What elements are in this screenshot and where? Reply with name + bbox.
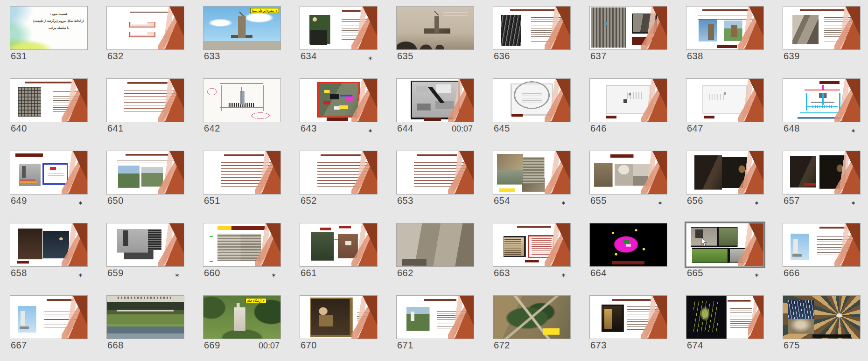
slide-cell: ۱- مقبره ابو علی سینا633 — [203, 6, 281, 61]
slide-indicators: ✶ — [851, 200, 859, 206]
slide-thumbnail-649[interactable] — [10, 151, 88, 194]
slide-thumbnail-645[interactable] — [493, 78, 571, 122]
slide-number: 651 — [204, 195, 220, 206]
slide-thumbnail-653[interactable] — [396, 151, 474, 194]
slide-cell: 643✶ — [300, 78, 378, 133]
slide-thumbnail-658[interactable] — [10, 223, 88, 267]
animation-star-icon: ✶ — [561, 200, 566, 206]
slide-cell: 648✶ — [783, 78, 861, 133]
slide-thumbnail-674[interactable] — [686, 295, 764, 339]
slide-thumbnail-640[interactable] — [10, 78, 88, 122]
slide-number: 672 — [494, 340, 510, 351]
slide-thumbnail-631[interactable]: قسمت سوم :از لحاظ شکل بیرونی(برگرفته از … — [10, 6, 88, 50]
slide-thumbnail-659[interactable] — [106, 223, 184, 267]
slide-title-line: از لحاظ شکل بیرونی(برگرفته از طبیعت) — [33, 18, 84, 25]
animation-star-icon: ✶ — [561, 272, 566, 278]
slide-cell: 656✶ — [686, 151, 764, 206]
slide-meta-row: 657✶ — [783, 194, 861, 206]
slide-meta-row: 652 — [300, 194, 378, 206]
slide-thumbnail-665[interactable] — [686, 223, 764, 267]
slide-number: 643 — [301, 123, 317, 134]
slide-number: 644 — [397, 123, 413, 134]
slide-thumbnail-646[interactable] — [589, 78, 667, 122]
slide-thumbnail-651[interactable] — [203, 151, 281, 194]
slide-number: 637 — [590, 51, 607, 62]
slide-thumbnail-673[interactable] — [589, 295, 667, 339]
slide-cell: 667 — [10, 295, 88, 350]
slide-indicators: ✶ — [175, 272, 183, 278]
slide-thumbnail-662[interactable] — [396, 223, 474, 267]
slide-cell: 659✶ — [106, 223, 184, 278]
slide-thumbnail-671[interactable] — [396, 295, 474, 339]
slide-thumbnail-647[interactable] — [686, 78, 764, 122]
slide-number: 658 — [11, 268, 27, 278]
slide-thumbnail-636[interactable] — [493, 6, 571, 50]
slide-thumbnail-669[interactable]: ۲- آرامگاه خیام — [203, 295, 281, 339]
slide-thumbnail-650[interactable] — [106, 151, 184, 194]
slide-thumbnail-670[interactable] — [300, 295, 378, 339]
slide-meta-row: 636 — [493, 50, 571, 62]
slide-cell: 641 — [106, 78, 184, 133]
slide-number: 635 — [397, 51, 413, 62]
slide-thumbnail-648[interactable] — [783, 78, 861, 122]
slide-number: 671 — [397, 340, 413, 351]
slide-cell: 661 — [300, 223, 378, 278]
slide-meta-row: 633 — [203, 50, 281, 62]
slide-thumbnail-652[interactable] — [300, 151, 378, 194]
slide-thumbnail-654[interactable] — [493, 151, 571, 194]
animation-star-icon: ✶ — [368, 128, 373, 134]
slide-cell: 668 — [106, 295, 184, 350]
slide-meta-row: 635 — [396, 50, 474, 62]
slide-cell: 652 — [300, 151, 378, 206]
slide-number: 668 — [107, 340, 124, 351]
slide-thumbnail-666[interactable] — [783, 223, 861, 267]
slide-meta-row: 648✶ — [783, 122, 861, 134]
slide-thumbnail-667[interactable] — [10, 295, 88, 339]
animation-star-icon: ✶ — [754, 272, 759, 278]
animation-star-icon: ✶ — [851, 200, 856, 206]
slide-thumbnail-638[interactable] — [686, 6, 764, 50]
slide-meta-row: 64400:07 — [396, 122, 474, 134]
slide-number: 674 — [687, 340, 703, 351]
slide-cell: 651 — [203, 151, 281, 206]
slide-thumbnail-635[interactable] — [396, 6, 474, 50]
slide-indicators: ✶ — [368, 128, 376, 134]
slide-thumbnail-672[interactable] — [493, 295, 571, 339]
slide-cell: 647 — [686, 78, 764, 133]
slide-thumbnail-657[interactable] — [783, 151, 861, 194]
slide-number: 647 — [687, 123, 703, 134]
slide-number: 666 — [784, 268, 800, 278]
slide-thumbnail-656[interactable] — [686, 151, 764, 194]
slide-thumbnail-663[interactable] — [493, 223, 571, 267]
slide-number: 631 — [11, 51, 27, 62]
slide-thumbnail-668[interactable] — [106, 295, 184, 339]
slide-thumbnail-661[interactable] — [300, 223, 378, 267]
slide-number: 632 — [107, 51, 124, 62]
slide-thumbnail-633[interactable]: ۱- مقبره ابو علی سینا — [203, 6, 281, 50]
slide-meta-row: 660✶ — [203, 267, 281, 278]
slide-thumbnail-637[interactable] — [589, 6, 667, 50]
slide-meta-row: 671 — [396, 339, 474, 351]
slide-thumbnail-641[interactable] — [106, 78, 184, 122]
slide-thumbnail-660[interactable] — [203, 223, 281, 267]
slide-thumbnail-632[interactable] — [106, 6, 184, 50]
slide-thumbnail-634[interactable] — [300, 6, 378, 50]
slide-cell: 639 — [783, 6, 861, 61]
slide-thumbnail-642[interactable] — [203, 78, 281, 122]
slide-number: 663 — [494, 268, 510, 278]
slide-cell: 634✶ — [300, 6, 378, 61]
slide-indicators: ✶ — [368, 56, 376, 62]
animation-star-icon: ✶ — [368, 56, 373, 62]
slide-number: 649 — [11, 195, 27, 206]
slide-indicators: ✶ — [754, 200, 763, 206]
slide-meta-row: 674 — [686, 339, 764, 351]
slide-number: 653 — [397, 195, 413, 206]
slide-thumbnail-639[interactable] — [783, 6, 861, 50]
slide-thumbnail-675[interactable] — [783, 295, 861, 339]
slide-thumbnail-655[interactable] — [589, 151, 667, 194]
slide-thumbnail-643[interactable] — [300, 78, 378, 122]
slide-thumbnail-664[interactable] — [589, 223, 667, 267]
slide-thumbnail-644[interactable] — [396, 78, 474, 122]
slide-title-text: قسمت سوم :از لحاظ شکل بیرونی(برگرفته از … — [33, 11, 84, 32]
slide-number: 669 — [204, 340, 220, 351]
